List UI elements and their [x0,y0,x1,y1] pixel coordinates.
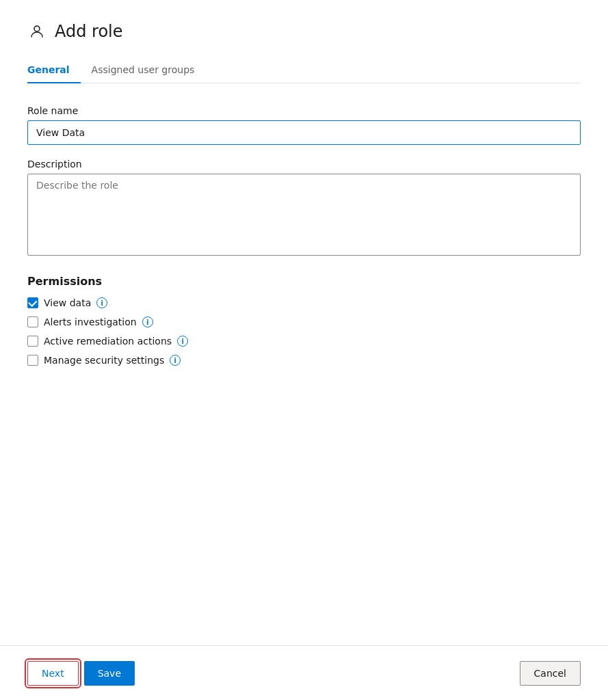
tabs-container: General Assigned user groups [27,57,581,83]
role-name-input[interactable] [27,120,581,145]
svg-point-0 [34,26,40,31]
manage-security-info-icon[interactable]: i [170,355,181,366]
manage-security-label: Manage security settings [44,355,164,366]
save-button[interactable]: Save [84,661,135,686]
list-item: View data i [27,297,581,308]
view-data-checkbox[interactable] [27,297,38,308]
list-item: Active remediation actions i [27,336,581,347]
person-icon [27,22,47,41]
permissions-section: Permissions View data i Alerts investiga… [27,275,581,374]
role-name-field-group: Role name [27,105,581,145]
list-item: Alerts investigation i [27,317,581,327]
tab-general[interactable]: General [27,57,81,83]
page-container: Add role General Assigned user groups Ro… [0,0,608,401]
page-title: Add role [55,22,123,41]
description-label: Description [27,159,581,170]
active-remediation-info-icon[interactable]: i [177,336,188,347]
view-data-label: View data [44,297,91,308]
next-button[interactable]: Next [27,661,79,686]
footer-bar: Next Save Cancel [0,645,608,700]
active-remediation-label: Active remediation actions [44,336,172,347]
alerts-investigation-info-icon[interactable]: i [142,317,153,327]
active-remediation-checkbox-wrapper[interactable]: Active remediation actions [27,336,172,347]
cancel-button[interactable]: Cancel [520,661,581,686]
manage-security-checkbox-wrapper[interactable]: Manage security settings [27,355,164,366]
description-input[interactable] [27,174,581,256]
list-item: Manage security settings i [27,355,581,366]
role-name-label: Role name [27,105,581,116]
view-data-checkbox-wrapper[interactable]: View data [27,297,91,308]
alerts-investigation-label: Alerts investigation [44,317,137,327]
form-section: Role name Description Permissions View d… [27,105,581,374]
tab-assigned-user-groups[interactable]: Assigned user groups [81,57,206,83]
alerts-investigation-checkbox[interactable] [27,317,38,327]
view-data-info-icon[interactable]: i [96,297,107,308]
alerts-investigation-checkbox-wrapper[interactable]: Alerts investigation [27,317,137,327]
active-remediation-checkbox[interactable] [27,336,38,347]
manage-security-checkbox[interactable] [27,355,38,366]
permissions-title: Permissions [27,275,581,288]
description-field-group: Description [27,159,581,256]
page-header: Add role [27,22,581,41]
